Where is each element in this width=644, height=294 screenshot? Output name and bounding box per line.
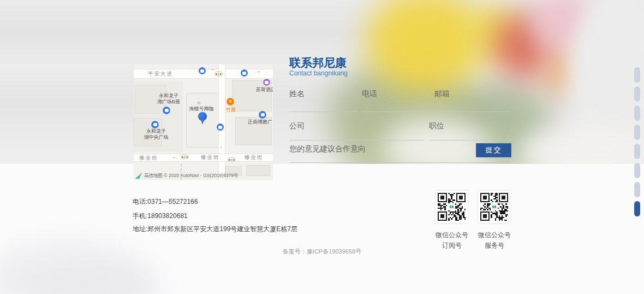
map-road-label: 平安大道: [148, 70, 173, 78]
poi-label-yonghe-central[interactable]: 永和龙子 湖中央广场: [140, 128, 172, 140]
section-subtitle: Contact bangnikang: [289, 69, 348, 77]
map-pin[interactable]: [198, 112, 207, 121]
pager-dot-3[interactable]: [634, 105, 640, 121]
landmark-poi-icon[interactable]: [163, 107, 170, 114]
pager-dot-1[interactable]: [634, 67, 640, 83]
position-input[interactable]: [429, 118, 510, 140]
pager-dot-7[interactable]: [634, 182, 640, 197]
map-building: [246, 165, 270, 176]
map-road-label: 修业街: [245, 154, 264, 161]
direction-arrow-icon: →: [256, 69, 261, 74]
landmark-poi-icon[interactable]: [151, 121, 159, 128]
submit-button[interactable]: 提交: [476, 143, 511, 157]
icp-footer: 备案号：豫ICP备19039658号: [0, 248, 644, 256]
restaurant-poi-icon[interactable]: ✕: [226, 98, 234, 105]
name-input[interactable]: [289, 86, 357, 112]
direction-arrow-icon: ↑: [220, 145, 223, 150]
email-field-wrap: [434, 86, 510, 112]
position-field-wrap: [429, 118, 510, 140]
company-field-wrap: [289, 118, 425, 140]
lower-section: 电话:0371—55272166 手机:18903820681 地址:郑州市郑东…: [0, 164, 644, 294]
hotel-poi-icon[interactable]: [263, 79, 270, 86]
pager-dot-4[interactable]: [634, 125, 640, 140]
map-widget[interactable]: 平安大道 修业街 修业街 修业街 ← → 苏荷酒店 永和龙子 湖广场B座 海螺号…: [134, 64, 273, 180]
page: 平安大道 修业街 修业街 修业街 ← → 苏荷酒店 永和龙子 湖广场B座 海螺号…: [0, 0, 644, 294]
map-road-vertical: [218, 64, 225, 180]
map-attribution: 高德地图 © 2020 AutoNavi - GS(2019)6379号: [135, 172, 238, 179]
pager-dot-5[interactable]: [634, 144, 640, 159]
qr-code-service: [478, 191, 510, 223]
pager-dot-2[interactable]: [634, 86, 640, 102]
restaurant-glyph: ✕: [229, 99, 232, 104]
poi-label-yonghe-plaza-b[interactable]: 永和龙子 湖广场B座: [152, 93, 185, 105]
pager-dot-6[interactable]: [634, 163, 640, 178]
name-field-wrap: [289, 86, 357, 112]
traffic-light-icon: [228, 157, 236, 162]
section-title: 联系邦尼康: [289, 55, 347, 70]
poi-dot-icon: [198, 102, 200, 104]
poi-label-zhengshang-boya[interactable]: 正商博雅广: [248, 119, 273, 125]
map-road-label: 修业街: [139, 155, 158, 162]
contact-mobile-line: 手机:18903820681: [133, 211, 188, 221]
contact-address-line: 地址:郑州市郑东新区平安大道199号建业智慧大厦E栋7层: [133, 225, 297, 234]
autonavi-logo-icon: [135, 172, 142, 179]
transit-station-icon[interactable]: [241, 69, 248, 77]
map-attribution-text: 高德地图 © 2020 AutoNavi - GS(2019)6379号: [144, 173, 238, 179]
bus-station-icon[interactable]: [217, 124, 224, 131]
poi-label-suhe-hotel[interactable]: 苏荷酒店: [256, 87, 273, 93]
direction-arrow-icon: ←: [210, 67, 215, 72]
email-input[interactable]: [434, 86, 510, 112]
qr-code-subscription: [436, 191, 468, 223]
poi-label-hailuo-cafe[interactable]: 海螺号网咖: [187, 106, 216, 112]
traffic-light-icon: [181, 155, 189, 159]
pager-dot-8[interactable]: [634, 201, 640, 216]
contact-phone-line: 电话:0371—55272166: [133, 197, 198, 207]
phone-field-wrap: [362, 86, 430, 112]
poi-label-zhuqian[interactable]: 竹茜: [225, 107, 237, 113]
traffic-light-icon: [214, 72, 223, 76]
landmark-poi-icon[interactable]: [259, 111, 266, 119]
direction-arrow-icon: ←: [172, 155, 177, 160]
company-input[interactable]: [289, 118, 425, 140]
pager: [634, 67, 640, 220]
phone-input[interactable]: [362, 86, 430, 112]
transit-station-icon[interactable]: [199, 67, 206, 74]
map-road-label: 修业街: [201, 154, 220, 161]
